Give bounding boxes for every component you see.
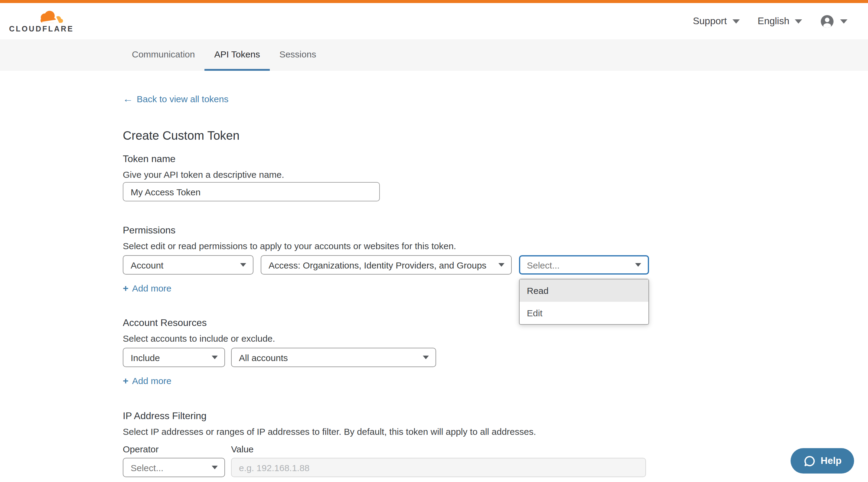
caret-down-icon: [795, 19, 802, 23]
account-resources-add-more-link[interactable]: + Add more: [123, 376, 172, 386]
ip-operator-placeholder: Select...: [131, 462, 163, 473]
permissions-heading: Permissions: [123, 224, 868, 236]
support-menu[interactable]: Support: [693, 16, 740, 27]
account-resources-accounts-select[interactable]: All accounts: [231, 348, 436, 367]
permission-level-placeholder: Select...: [527, 260, 559, 270]
main-content: ← Back to view all tokens Create Custom …: [0, 71, 868, 477]
user-avatar-icon: [820, 14, 834, 28]
permission-level-dropdown: Read Edit: [519, 279, 649, 325]
header-right: Support English: [693, 14, 847, 28]
permission-level-select[interactable]: Select...: [519, 255, 649, 275]
permission-resource-select[interactable]: Access: Organizations, Identity Provider…: [261, 255, 512, 275]
account-resources-add-more-label: Add more: [132, 376, 172, 386]
account-resources-row: Include All accounts: [123, 348, 868, 367]
token-name-input[interactable]: [123, 182, 380, 201]
ip-filtering-description: Select IP addresses or ranges of IP addr…: [123, 426, 868, 437]
account-resources-description: Select accounts to include or exclude.: [123, 333, 868, 344]
back-arrow-icon: ←: [123, 94, 133, 103]
dropdown-option-edit[interactable]: Edit: [520, 302, 648, 324]
help-button[interactable]: Help: [790, 448, 854, 474]
permissions-row: Account Access: Organizations, Identity …: [123, 255, 868, 275]
plus-icon: +: [123, 376, 128, 386]
account-resources-mode-select[interactable]: Include: [123, 348, 225, 367]
permission-scope-select[interactable]: Account: [123, 255, 253, 275]
cloudflare-logo: CLOUDFLARE: [9, 9, 66, 33]
permissions-add-more-link[interactable]: + Add more: [123, 283, 172, 293]
token-name-description: Give your API token a descriptive name.: [123, 169, 868, 180]
profile-tabbar: Communication API Tokens Sessions: [0, 39, 868, 71]
language-menu-label: English: [757, 16, 789, 27]
language-menu[interactable]: English: [757, 16, 802, 27]
token-name-heading: Token name: [123, 153, 868, 164]
ip-filtering-labels: Operator Value: [123, 444, 868, 454]
header: CLOUDFLARE Support English: [0, 3, 868, 39]
tab-sessions[interactable]: Sessions: [270, 39, 326, 71]
permission-level-wrap: Select... Read Edit: [519, 255, 649, 275]
account-menu[interactable]: [820, 14, 847, 28]
permission-scope-value: Account: [131, 260, 163, 270]
back-to-tokens-link[interactable]: ← Back to view all tokens: [123, 94, 229, 103]
account-resources-mode-value: Include: [131, 352, 160, 362]
chat-bubble-icon: [803, 454, 816, 467]
ip-value-input: [231, 458, 646, 477]
cloudflare-wordmark: CLOUDFLARE: [9, 25, 74, 33]
caret-down-icon: [212, 466, 218, 469]
account-resources-heading: Account Resources: [123, 317, 868, 328]
operator-label: Operator: [123, 444, 231, 454]
caret-down-icon: [732, 19, 740, 23]
permissions-add-more-label: Add more: [132, 283, 172, 293]
permissions-description: Select edit or read permissions to apply…: [123, 241, 868, 252]
ip-operator-select[interactable]: Select...: [123, 458, 225, 477]
value-label: Value: [231, 444, 254, 454]
plus-icon: +: [123, 283, 128, 293]
help-button-label: Help: [820, 455, 841, 466]
tab-communication[interactable]: Communication: [122, 39, 205, 71]
tab-api-tokens[interactable]: API Tokens: [205, 39, 270, 71]
ip-filtering-row: Select...: [123, 458, 868, 477]
dropdown-option-read[interactable]: Read: [520, 280, 648, 302]
app-root: CLOUDFLARE Support English: [0, 0, 868, 482]
caret-down-icon: [212, 356, 218, 359]
cloudflare-cloud-icon: [36, 9, 63, 24]
permission-resource-value: Access: Organizations, Identity Provider…: [269, 260, 486, 270]
caret-down-icon: [840, 19, 847, 23]
caret-down-icon: [635, 263, 641, 267]
page-title: Create Custom Token: [123, 129, 868, 143]
back-link-label: Back to view all tokens: [137, 94, 229, 103]
top-accent-bar: [0, 0, 868, 3]
account-resources-accounts-value: All accounts: [239, 352, 288, 362]
caret-down-icon: [498, 263, 504, 267]
support-menu-label: Support: [693, 16, 727, 27]
caret-down-icon: [240, 263, 246, 267]
ip-filtering-heading: IP Address Filtering: [123, 410, 868, 421]
caret-down-icon: [423, 356, 429, 359]
